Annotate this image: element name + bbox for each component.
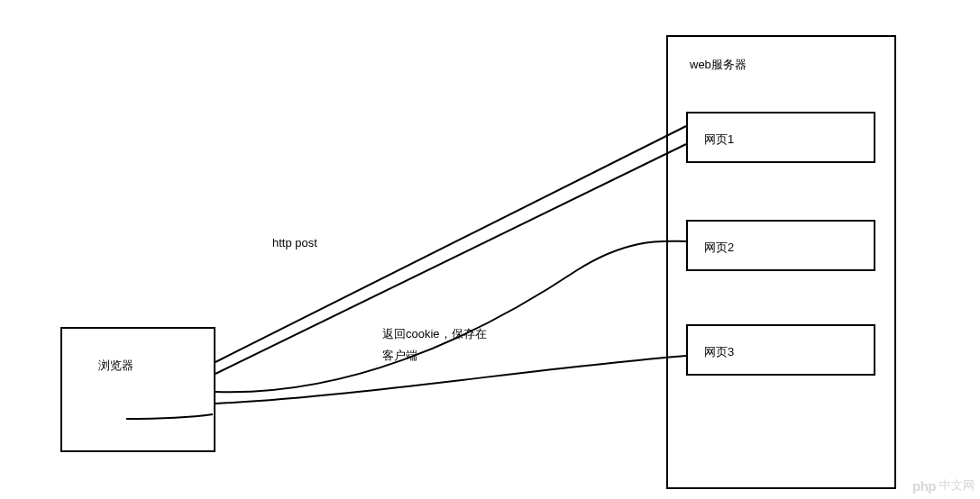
page-label-2: 网页2: [704, 240, 734, 256]
browser-label: 浏览器: [98, 358, 133, 374]
browser-box: 浏览器: [60, 327, 215, 452]
page-label-1: 网页1: [704, 132, 734, 148]
page-box-1: 网页1: [686, 112, 875, 163]
server-label: web服务器: [690, 57, 746, 73]
watermark-text: 中文网: [939, 477, 975, 494]
page-box-3: 网页3: [686, 324, 875, 376]
page-label-3: 网页3: [704, 344, 734, 360]
http-post-label: http post: [272, 236, 317, 250]
cookie-label-line1: 返回cookie，保存在: [382, 326, 487, 342]
watermark-logo: php: [912, 478, 936, 494]
page-box-2: 网页2: [686, 220, 875, 271]
cookie-label-line2: 客户端: [382, 348, 417, 364]
watermark: php 中文网: [912, 477, 975, 494]
